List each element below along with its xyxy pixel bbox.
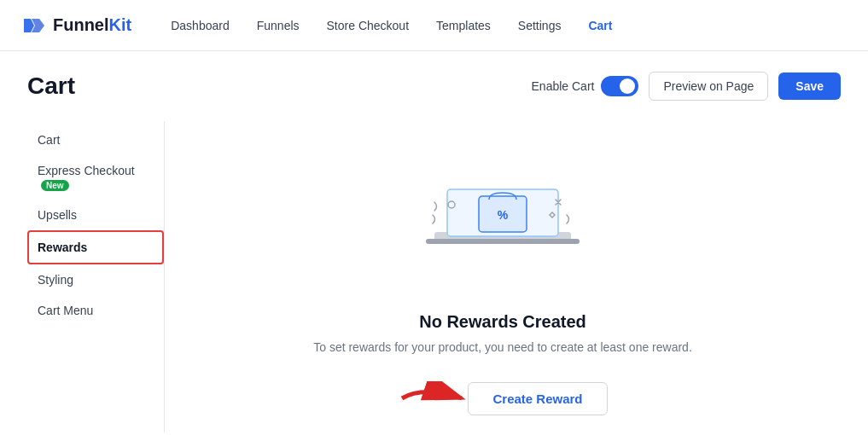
logo-kit-text: Kit: [109, 15, 132, 34]
svg-rect-1: [426, 239, 580, 244]
svg-text:%: %: [498, 208, 509, 222]
no-rewards-description: To set rewards for your product, you nee…: [313, 340, 692, 354]
no-rewards-title: No Rewards Created: [419, 312, 586, 332]
sidebar-item-styling[interactable]: Styling: [27, 264, 164, 295]
nav-cart[interactable]: Cart: [576, 12, 624, 39]
enable-cart-toggle-wrapper: Enable Cart: [532, 76, 639, 96]
nav-settings[interactable]: Settings: [506, 12, 574, 39]
nav-store-checkout[interactable]: Store Checkout: [315, 12, 422, 39]
nav-funnels[interactable]: Funnels: [245, 12, 312, 39]
page-header: Cart Enable Cart Preview on Page Save: [27, 72, 841, 101]
sidebar-item-cart-menu[interactable]: Cart Menu: [27, 295, 164, 326]
content-area: Cart Express Checkout New Upsells Reward…: [27, 121, 841, 432]
create-reward-cta-row: Create Reward: [398, 381, 607, 415]
main-content: % No Rewards Created To set rewards for …: [164, 121, 841, 432]
no-rewards-illustration: %: [409, 138, 597, 292]
toggle-knob: [620, 78, 635, 94]
logo-funnel-text: Funnel: [53, 15, 109, 34]
sidebar-item-express-checkout[interactable]: Express Checkout New: [27, 155, 164, 200]
header: FunnelKit Dashboard Funnels Store Checko…: [0, 0, 868, 51]
enable-cart-label: Enable Cart: [532, 79, 595, 93]
main-nav: Dashboard Funnels Store Checkout Templat…: [159, 12, 624, 39]
sidebar-item-rewards[interactable]: Rewards: [27, 230, 164, 264]
page: Cart Enable Cart Preview on Page Save Ca…: [0, 51, 868, 435]
red-arrow-icon: [398, 381, 475, 415]
express-checkout-label: Express Checkout: [38, 164, 135, 177]
logo-icon: [20, 12, 48, 39]
create-reward-button[interactable]: Create Reward: [468, 382, 607, 415]
nav-dashboard[interactable]: Dashboard: [159, 12, 242, 39]
preview-on-page-button[interactable]: Preview on Page: [649, 72, 768, 101]
page-title: Cart: [27, 72, 75, 100]
nav-templates[interactable]: Templates: [424, 12, 503, 39]
logo[interactable]: FunnelKit: [20, 12, 131, 39]
sidebar-item-upsells[interactable]: Upsells: [27, 200, 164, 230]
save-button[interactable]: Save: [778, 72, 841, 100]
sidebar-item-cart[interactable]: Cart: [27, 125, 164, 155]
page-header-actions: Enable Cart Preview on Page Save: [532, 72, 841, 101]
sidebar: Cart Express Checkout New Upsells Reward…: [27, 121, 164, 432]
new-badge: New: [41, 180, 69, 191]
enable-cart-toggle[interactable]: [601, 76, 638, 96]
